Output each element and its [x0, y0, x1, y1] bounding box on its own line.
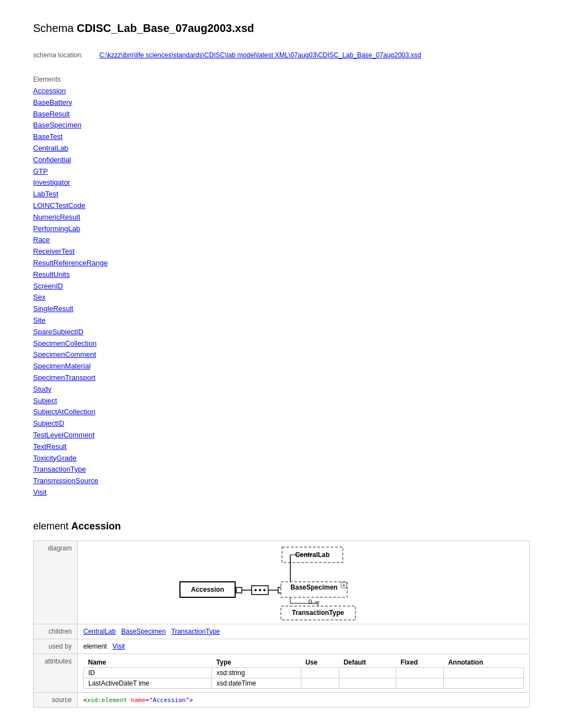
- element-link-confidential[interactable]: Confidential: [33, 154, 530, 166]
- element-link-textresult[interactable]: TextResult: [33, 441, 530, 453]
- schema-location-row: schema location: C:\kzzz\ibm\life scienc…: [33, 51, 530, 59]
- element-link-sparesubjectid[interactable]: SpareSubjectID: [33, 326, 530, 338]
- element-link-subjectatcollection[interactable]: SubjectAtCollection: [33, 406, 530, 418]
- diagram-row: diagram CentralLab Accession: [34, 540, 530, 624]
- element-link-sex[interactable]: Sex: [33, 292, 530, 303]
- element-link-basespecimen[interactable]: BaseSpecimen: [33, 120, 530, 131]
- element-link-resultunits[interactable]: ResultUnits: [33, 269, 530, 281]
- element-link-visit[interactable]: Visit: [33, 487, 530, 499]
- source-row: source <xsd:element name="Accession">: [34, 692, 530, 707]
- schema-location-link[interactable]: C:\kzzz\ibm\life sciences\standards\CDIS…: [99, 51, 421, 59]
- element-link-resultreferencerange[interactable]: ResultReferenceRange: [33, 258, 530, 269]
- element-link-transactiontype[interactable]: TransactionType: [33, 464, 530, 475]
- element-link-centrallab[interactable]: CentralLab: [33, 143, 530, 154]
- attr-row: IDxsd:string: [84, 667, 524, 678]
- element-link-testlevelcomment[interactable]: TestLevelComment: [33, 430, 530, 441]
- elements-list: AccessionBaseBatteryBaseResultBaseSpecim…: [33, 85, 530, 499]
- source-label: source: [34, 692, 78, 707]
- attr-col-fixed: Fixed: [396, 657, 444, 668]
- element-link-labtest[interactable]: LabTest: [33, 189, 530, 200]
- elements-header: Elements: [33, 76, 530, 83]
- attr-col-type: Type: [212, 657, 301, 668]
- element-link-investigator[interactable]: Investigator: [33, 177, 530, 189]
- source-cell: <xsd:element name="Accession">: [78, 692, 530, 707]
- schema-location-label: schema location:: [33, 51, 99, 59]
- element-link-transmissionsource[interactable]: TransmissionSource: [33, 475, 530, 487]
- element-link-receivertest[interactable]: ReceiverTest: [33, 246, 530, 258]
- element-link-specimentransport[interactable]: SpecimenTransport: [33, 372, 530, 384]
- children-links: CentralLab BaseSpecimen TransactionType: [83, 628, 220, 635]
- element-link-basebattery[interactable]: BaseBattery: [33, 97, 530, 109]
- element-link-accession[interactable]: Accession: [33, 85, 530, 97]
- element-link-performinglab[interactable]: PerformingLab: [33, 223, 530, 235]
- used-by-element-text: element: [83, 643, 107, 650]
- attributes-row: attributes Name Type Use Default Fixed A…: [34, 654, 530, 692]
- element-accession-section: element Accession diagram CentralLab Acc…: [33, 521, 530, 708]
- used-by-cell: element Visit: [78, 639, 530, 654]
- element-link-specimencollection[interactable]: SpecimenCollection: [33, 338, 530, 350]
- attributes-cell: Name Type Use Default Fixed Annotation I…: [78, 654, 530, 692]
- accession-diagram: CentralLab Accession: [83, 544, 392, 619]
- children-cell: CentralLab BaseSpecimen TransactionType: [78, 624, 530, 639]
- svg-text:+: +: [342, 582, 346, 588]
- svg-point-9: [263, 589, 265, 591]
- element-link-specimenmaterial[interactable]: SpecimenMaterial: [33, 361, 530, 372]
- attr-col-default: Default: [339, 657, 396, 668]
- elements-section: Elements AccessionBaseBatteryBaseResultB…: [33, 76, 530, 499]
- svg-text:TransactionType: TransactionType: [292, 609, 344, 617]
- children-row: children CentralLab BaseSpecimen Transac…: [34, 624, 530, 639]
- svg-text:BaseSpecimen: BaseSpecimen: [290, 584, 337, 591]
- element-link-loinctestcode[interactable]: LOINCTestCode: [33, 200, 530, 212]
- svg-text:Accession: Accession: [191, 586, 224, 593]
- element-link-basetest[interactable]: BaseTest: [33, 131, 530, 143]
- element-link-baseresult[interactable]: BaseResult: [33, 109, 530, 120]
- element-link-subjectid[interactable]: SubjectID: [33, 418, 530, 430]
- element-link-study[interactable]: Study: [33, 384, 530, 395]
- diagram-label: diagram: [34, 540, 78, 624]
- svg-point-7: [254, 589, 257, 591]
- element-link-specimencomment[interactable]: SpecimenComment: [33, 349, 530, 361]
- source-code: <xsd:element name="Accession">: [83, 697, 193, 704]
- element-link-singleresult[interactable]: SingleResult: [33, 303, 530, 315]
- svg-point-8: [259, 589, 261, 591]
- element-link-toxicitygrade[interactable]: ToxicityGrade: [33, 453, 530, 464]
- used-by-row: used by element Visit: [34, 639, 530, 654]
- attr-col-annotation: Annotation: [444, 657, 524, 668]
- child-link-transactiontype[interactable]: TransactionType: [171, 628, 220, 635]
- attr-col-name: Name: [84, 657, 212, 668]
- attributes-label: attributes: [34, 654, 78, 692]
- element-detail-table: diagram CentralLab Accession: [33, 540, 530, 708]
- used-by-links: Visit: [113, 643, 125, 650]
- used-by-link-visit[interactable]: Visit: [113, 643, 125, 650]
- element-link-screenid[interactable]: ScreenID: [33, 281, 530, 292]
- attr-col-use: Use: [301, 657, 339, 668]
- element-link-numericresult[interactable]: NumericResult: [33, 212, 530, 223]
- page-title: Schema CDISC_Lab_Base_07aug2003.xsd: [33, 22, 530, 35]
- child-link-centrallab[interactable]: CentralLab: [83, 628, 116, 635]
- child-link-basespecimen[interactable]: BaseSpecimen: [121, 628, 166, 635]
- element-section-title: element Accession: [33, 521, 530, 532]
- used-by-label: used by: [34, 639, 78, 654]
- element-link-race[interactable]: Race: [33, 234, 530, 246]
- attributes-table: Name Type Use Default Fixed Annotation I…: [83, 657, 524, 689]
- element-link-site[interactable]: Site: [33, 315, 530, 326]
- svg-rect-4: [236, 587, 242, 593]
- attr-row: LastActiveDateT imexsd:dateTime: [84, 678, 524, 688]
- element-link-gtp[interactable]: GTP: [33, 166, 530, 178]
- children-label: children: [34, 624, 78, 639]
- attr-header-row: Name Type Use Default Fixed Annotation: [84, 657, 524, 668]
- diagram-cell: CentralLab Accession: [78, 540, 530, 624]
- element-link-subject[interactable]: Subject: [33, 395, 530, 407]
